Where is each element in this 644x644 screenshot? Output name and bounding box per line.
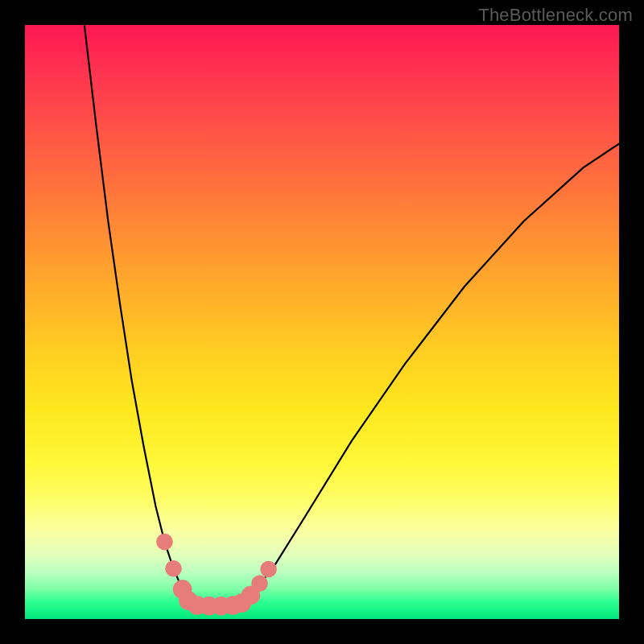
plot-area bbox=[25, 25, 619, 619]
watermark-label: TheBottleneck.com bbox=[478, 5, 633, 26]
data-marker bbox=[260, 561, 277, 578]
marker-group bbox=[156, 534, 277, 616]
bottleneck-curve bbox=[85, 25, 619, 606]
chart-container: TheBottleneck.com bbox=[0, 0, 644, 644]
curve-layer bbox=[25, 25, 619, 619]
data-marker bbox=[156, 534, 173, 551]
data-marker bbox=[165, 560, 182, 577]
data-marker bbox=[251, 575, 268, 592]
